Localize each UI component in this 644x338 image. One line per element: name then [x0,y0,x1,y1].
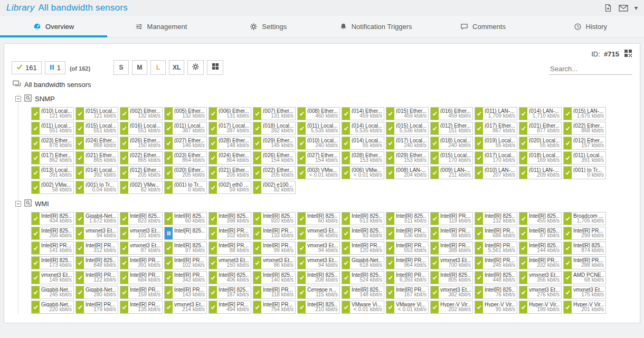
sensor-tile[interactable]: (019) Local...55 kbit/s [475,137,517,150]
sensor-tile[interactable]: Intel[R] PR...343 kbit/s [164,271,207,284]
sensor-tile[interactable]: (018) Local...392 kbit/s [253,122,296,135]
tab-comments[interactable]: Comments [429,16,536,37]
sensor-tile[interactable]: Intel[R] PR...167 kbit/s [386,286,429,299]
sensor-tile[interactable]: (008) Ether...460 kbit/s [297,107,340,120]
sensor-tile[interactable]: (015) Ether...459 kbit/s [386,107,429,120]
sensor-tile[interactable]: Intel[R] 825...524 kbit/s [342,271,384,284]
sensor-tile[interactable]: (002) VMw...82 kbit/s [120,181,163,194]
sensor-tile[interactable]: (006) VMw...< 0.01 kbit/s [342,166,384,179]
sensor-tile[interactable]: vmxnet3 Et...94 kbit/s [297,242,340,255]
sensor-tile[interactable]: Intel[R] 825... [164,227,207,240]
sensor-tile[interactable]: Gigabit-Net...220 kbit/s [31,301,74,314]
sensor-tile[interactable]: (011) Local...5,535 kbit/s [297,122,340,135]
sensor-tile[interactable]: Intel[R] PR...312 kbit/s [75,242,118,255]
sensor-tile[interactable]: (002) VMw...58 kbit/s [31,181,74,194]
group-label[interactable]: SNMP [35,95,55,103]
sensor-tile[interactable]: (008) LAN-...204 kbit/s [386,166,429,179]
sensor-tile[interactable]: Intel[R] PR...133 kbit/s [253,227,296,240]
sensor-tile[interactable]: (013) Local...391 kbit/s [31,166,74,179]
chevron-down-icon[interactable]: ▾ [634,5,638,11]
sensor-tile[interactable]: (016) Ether...459 kbit/s [430,107,473,120]
sensor-tile[interactable]: Hyper-V Vir...201 kbit/s [563,301,606,314]
sensor-tile[interactable]: (020) Local...55 kbit/s [519,137,562,150]
sensor-tile[interactable]: (002) Ether...132 kbit/s [120,107,163,120]
sensor-tile[interactable]: (010) Local...240 kbit/s [297,137,340,150]
sensor-tile[interactable]: vmxnet3 Et...149 kbit/s [31,271,74,284]
sensor-tile[interactable]: (024) Ether...864 kbit/s [209,151,251,165]
sensor-tile[interactable]: (005) Ether...132 kbit/s [164,107,207,120]
sensor-tile[interactable]: (001) Io Tr...0 kbit/s [164,181,207,194]
sensor-tile[interactable]: vmxnet3 Et...101 kbit/s [120,227,163,240]
sensor-tile[interactable]: (010) Local...121 kbit/s [31,107,74,120]
sensor-tile[interactable]: (017) Ether...867 kbit/s [475,122,517,135]
sensor-tile[interactable]: (011) LAN-...1,709 kbit/s [475,107,517,120]
tab-notification-triggers[interactable]: Notification Triggers [322,16,429,37]
sensor-tile[interactable]: Intel[R] PR...143 kbit/s [164,286,207,299]
sensor-tile[interactable]: (015) Local...170 kbit/s [430,151,473,165]
sensor-tile[interactable]: Intel[R] 825...455 kbit/s [519,212,562,225]
sensor-tile[interactable]: Intel[R] 825...60 kbit/s [297,212,340,225]
paused-sensors-filter[interactable]: 1 [45,61,65,74]
sensor-tile[interactable]: Intel[R] PR...299 kbit/s [563,227,606,240]
sensor-tile[interactable]: Intel[R] PR...5,561 kbit/s [475,242,517,255]
sensor-tile[interactable]: (011) Local...551 kbit/s [31,122,74,135]
size-button-s[interactable]: S [113,60,129,75]
sensor-tile[interactable]: (012) Ether...205 kbit/s [120,166,163,179]
group-label[interactable]: WMI [35,200,49,208]
collapse-expander-icon[interactable] [15,201,21,207]
sensor-tile[interactable]: Hyper-V Vir...202 kbit/s [430,301,473,314]
sensor-tile[interactable]: (015) Local...5,536 kbit/s [386,122,429,135]
sensor-tile[interactable]: Intel[R] PR...553 kbit/s [386,242,429,255]
grid-view-button[interactable] [207,60,223,75]
tree-root-label[interactable]: All bandwidth sensors [24,81,91,89]
sensor-tile[interactable]: vmxnet3 Et...87 kbit/s [120,242,163,255]
qr-code-icon[interactable] [624,49,632,59]
sensor-tile[interactable]: (001) Io Tr...0.04 kbit/s [75,181,118,194]
sensor-tile[interactable]: AMD PCNE...68 kbit/s [563,271,606,284]
sensor-tile[interactable]: Intel[R] PR...118 kbit/s [253,286,296,299]
sensor-tile[interactable]: Intel[R] PR...288 kbit/s [563,256,606,269]
sensor-tile[interactable]: Intel[R] PR...122 kbit/s [75,271,118,284]
sensor-tile[interactable]: vmxnet3 Et...382 kbit/s [430,286,473,299]
sensor-tile[interactable]: Intel[R] PR...245 kbit/s [475,256,517,269]
sensor-tile[interactable]: (027) Ether...154 kbit/s [297,151,340,165]
sensor-tile[interactable]: Intel[R] PR...754 kbit/s [253,301,296,314]
sensor-tile[interactable]: (029) Ether...153 kbit/s [386,151,429,165]
collapse-expander-icon[interactable] [15,96,21,102]
sensor-tile[interactable]: Intel[R] 825...60 kbit/s [164,212,207,225]
sensor-tile[interactable]: Intel[R] PR...99 kbit/s [253,242,296,255]
up-sensors-filter[interactable]: 161 [12,61,42,74]
sensor-tile[interactable]: vmxnet3 Et...96 kbit/s [297,227,340,240]
sensor-tile[interactable]: (012) Ether...151 kbit/s [430,122,473,135]
sensor-tile[interactable]: Hyper-V Vir...199 kbit/s [519,301,562,314]
sensor-tile[interactable]: (026) Ether...150 kbit/s [120,137,163,150]
sensor-tile[interactable]: Intel[R] PR...99 kbit/s [430,227,473,240]
sensor-tile[interactable]: Intel[R] 825...805 kbit/s [430,271,473,284]
sensor-tile[interactable]: vmxnet3 Et...150 kbit/s [209,256,251,269]
tab-settings[interactable]: Settings [215,16,322,37]
sensor-tile[interactable]: Intel[R] PR...159 kbit/s [120,286,163,299]
sensor-tile[interactable]: Intel[R] 825...140 kbit/s [253,271,296,284]
sensor-tile[interactable]: vmxnet3 Et...356 kbit/s [519,271,562,284]
sensor-tile[interactable]: (015) Local...551 kbit/s [75,122,118,135]
sensor-tile[interactable]: Intel[R] PR...494 kbit/s [209,301,251,314]
sensor-tile[interactable]: Intel[R] 825...398 kbit/s [209,212,251,225]
sensor-tile[interactable]: Intel[R] 825...448 kbit/s [475,271,517,284]
sensor-tile[interactable]: Gigabit-Net...618 kbit/s [342,256,384,269]
sensor-tile[interactable]: Intel[R] 825...93 kbit/s [342,227,384,240]
sensor-tile[interactable]: Broadcom ...1,705 kbit/s [563,212,606,225]
sensor-tile[interactable]: (028) Ether...153 kbit/s [342,151,384,165]
sensor-tile[interactable]: vmxnet3 Et...86 kbit/s [253,256,296,269]
sensor-tile[interactable]: (017) Local...240 kbit/s [386,137,429,150]
sensor-tile[interactable]: Intel[R] 825...87 kbit/s [519,227,562,240]
sensor-tile[interactable]: Intel[R] PR...102 kbit/s [209,227,251,240]
sensor-tile[interactable]: (021) Ether...865 kbit/s [75,151,118,165]
sensor-tile[interactable]: Intel[R] PR...135 kbit/s [120,301,163,314]
sensor-tile[interactable]: VMware Vi...< 0.01 kbit/s [342,301,384,314]
sensor-tile[interactable]: Intel[R] 825...823 kbit/s [120,212,163,225]
sensor-tile[interactable]: Intel[R] 825...208 kbit/s [297,271,340,284]
sensor-tile[interactable]: VMware Vi...< 0.01 kbit/s [386,301,429,314]
sensor-tile[interactable]: (014) Ether...459 kbit/s [342,107,384,120]
sensor-tile[interactable]: Intel[R] 825...406 kbit/s [209,271,251,284]
sensor-tile[interactable]: (029) Ether...145 kbit/s [253,137,296,150]
